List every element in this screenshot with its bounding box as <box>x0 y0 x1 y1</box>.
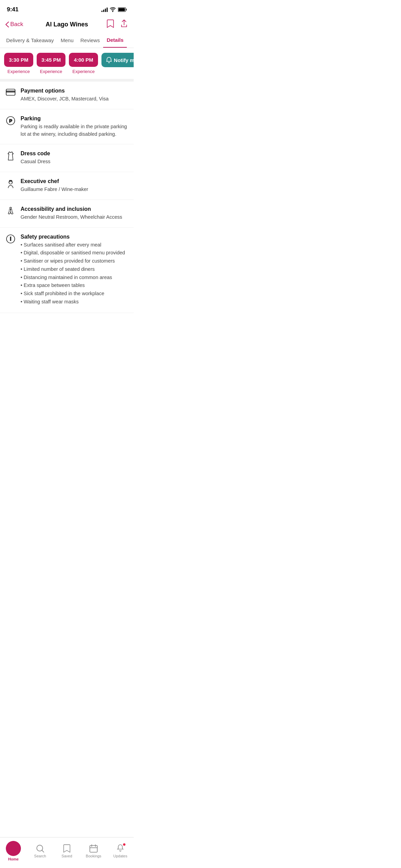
time-slot-1: 3:30 PM Experience <box>4 53 33 74</box>
tab-details[interactable]: Details <box>103 33 127 48</box>
svg-text:i: i <box>10 236 11 242</box>
bookmark-icon[interactable] <box>106 19 114 29</box>
time-slot-2-btn[interactable]: 3:45 PM <box>37 53 66 67</box>
detail-accessibility: Accessibility and inclusion Gender Neutr… <box>0 200 134 228</box>
time-slot-3-btn[interactable]: 4:00 PM <box>69 53 98 67</box>
tabs: Delivery & Takeaway Menu Reviews Details <box>0 33 134 48</box>
header: Back Al Lago Wines <box>0 16 134 33</box>
time-slots: 3:30 PM Experience 3:45 PM Experience 4:… <box>0 48 134 79</box>
dresscode-body: Casual Dress <box>21 158 50 166</box>
time-slot-3: 4:00 PM Experience <box>69 53 98 74</box>
chef-body: Guillaume Fabre / Wine-maker <box>21 186 88 193</box>
credit-card-icon <box>5 88 16 96</box>
chef-title: Executive chef <box>21 178 88 184</box>
safety-list-item: Distancing maintained in common areas <box>21 274 125 281</box>
back-button[interactable]: Back <box>5 21 23 28</box>
chef-details: Executive chef Guillaume Fabre / Wine-ma… <box>21 178 88 193</box>
safety-body: Surfaces sanitised after every mealDigit… <box>21 241 125 306</box>
svg-text:P: P <box>9 118 12 123</box>
payment-details: Payment options AMEX, Discover, JCB, Mas… <box>21 88 109 103</box>
safety-title: Safety precautions <box>21 234 125 240</box>
accessibility-icon <box>5 206 16 216</box>
notify-slot: Notify me <box>101 53 134 67</box>
svg-rect-2 <box>126 9 127 11</box>
detail-parking: P Parking Parking is readily available i… <box>0 109 134 145</box>
detail-dresscode: Dress code Casual Dress <box>0 144 134 172</box>
status-bar: 9:41 <box>0 0 134 16</box>
accessibility-title: Accessibility and inclusion <box>21 206 122 212</box>
svg-rect-1 <box>119 8 125 11</box>
detail-chef: Executive chef Guillaume Fabre / Wine-ma… <box>0 172 134 200</box>
header-actions <box>106 19 128 29</box>
parking-details: Parking Parking is readily available in … <box>21 116 128 138</box>
tab-menu[interactable]: Menu <box>57 33 77 47</box>
detail-payment: Payment options AMEX, Discover, JCB, Mas… <box>0 82 134 109</box>
safety-list-item: Sanitiser or wipes provided for customer… <box>21 257 125 265</box>
detail-safety: i Safety precautions Surfaces sanitised … <box>0 228 134 313</box>
notify-label: Notify me <box>114 57 134 63</box>
battery-icon <box>118 7 127 12</box>
safety-list-item: Digital, disposable or sanitised menu pr… <box>21 249 125 257</box>
signal-icon <box>101 7 108 12</box>
safety-list-item: Extra space between tables <box>21 282 125 289</box>
notify-button[interactable]: Notify me <box>101 53 134 67</box>
parking-body: Parking is readily available in the priv… <box>21 123 128 138</box>
safety-list-item: Limited number of seated diners <box>21 266 125 273</box>
time-slot-1-label: Experience <box>8 69 30 74</box>
parking-title: Parking <box>21 116 128 122</box>
safety-list-item: Sick staff prohibited in the workplace <box>21 290 125 298</box>
time-slot-2-label: Experience <box>40 69 62 74</box>
status-time: 9:41 <box>7 6 19 13</box>
safety-list-item: Surfaces sanitised after every meal <box>21 241 125 249</box>
chef-icon <box>5 178 16 189</box>
dresscode-details: Dress code Casual Dress <box>21 150 50 166</box>
safety-list-item: Waiting staff wear masks <box>21 298 125 306</box>
accessibility-body: Gender Neutral Restroom, Wheelchair Acce… <box>21 214 122 221</box>
tab-reviews[interactable]: Reviews <box>77 33 103 47</box>
time-slot-1-btn[interactable]: 3:30 PM <box>4 53 33 67</box>
payment-body: AMEX, Discover, JCB, Mastercard, Visa <box>21 95 109 103</box>
svg-point-9 <box>10 207 12 209</box>
share-icon[interactable] <box>120 19 128 29</box>
dress-icon <box>5 150 16 161</box>
parking-icon: P <box>5 116 16 125</box>
tab-delivery[interactable]: Delivery & Takeaway <box>3 33 57 47</box>
safety-icon: i <box>5 234 16 243</box>
details-content: Payment options AMEX, Discover, JCB, Mas… <box>0 82 134 313</box>
svg-rect-4 <box>6 91 15 92</box>
wifi-icon <box>110 7 116 12</box>
safety-details: Safety precautions Surfaces sanitised af… <box>21 234 125 306</box>
time-slot-2: 3:45 PM Experience <box>37 53 66 74</box>
dresscode-title: Dress code <box>21 150 50 157</box>
time-slot-3-label: Experience <box>72 69 95 74</box>
back-label: Back <box>10 21 23 28</box>
status-icons <box>101 7 127 12</box>
accessibility-details: Accessibility and inclusion Gender Neutr… <box>21 206 122 221</box>
section-divider <box>0 79 134 82</box>
page-title: Al Lago Wines <box>46 21 88 28</box>
payment-title: Payment options <box>21 88 109 94</box>
